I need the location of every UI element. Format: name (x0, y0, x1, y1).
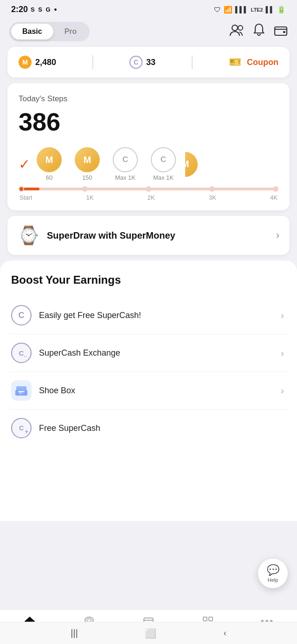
boost-item-left-3: C Shoe Box (11, 380, 75, 401)
c-value: 33 (146, 58, 155, 67)
boost-item-free-cash[interactable]: C Easily get Free SuperCash! › (9, 297, 288, 334)
system-nav-bar: ||| ⬜ ‹ (0, 622, 297, 644)
profile-button[interactable] (229, 24, 244, 40)
boost-icon-exchange: C ↔ (11, 343, 32, 363)
signal2-icon: ▌▌ (266, 6, 274, 13)
badge-gold-2: M (75, 147, 100, 172)
shoebox-svg: C (14, 384, 28, 397)
sys-recents-button[interactable]: ‹ (224, 628, 226, 638)
divider-1 (92, 55, 93, 69)
boost-title: Boost Your Earnings (9, 273, 288, 286)
boost-label-2: SuperCash Exchange (39, 348, 120, 358)
nav-icons (229, 23, 288, 40)
svg-rect-2 (275, 27, 287, 35)
boost-item-left-4: C + Free SuperCash (11, 418, 100, 438)
boost-label-3: Shoe Box (39, 386, 75, 396)
dot-4 (273, 186, 278, 192)
help-chat-icon: 💬 (267, 564, 279, 576)
progress-section: Start 1K 2K 3K 4K (19, 188, 278, 201)
label-start: Start (19, 194, 32, 201)
boost-label-1: Easily get Free SuperCash! (39, 311, 141, 320)
points-bar: M 2,480 C 33 🎫 Coupon (7, 47, 290, 78)
top-nav: Basic Pro (0, 17, 297, 47)
boost-item-free-supercash[interactable]: C + Free SuperCash (9, 410, 288, 447)
watch-icon: ⌚ (18, 225, 39, 246)
milestone-badges: M 60 M 150 C Max 1K C Max 1K M (37, 147, 278, 181)
help-label: Help (268, 577, 278, 583)
dot-2 (146, 186, 151, 192)
superdraw-card[interactable]: ⌚ SuperDraw with SuperMoney › (7, 216, 290, 255)
boost-item-shoebox[interactable]: C Shoe Box › (9, 372, 288, 410)
boost-chevron-1: › (281, 310, 284, 321)
sys-home-button[interactable]: ⬜ (145, 628, 156, 639)
boost-item-left-1: C Easily get Free SuperCash! (11, 305, 141, 325)
milestone-2: M 150 (75, 147, 100, 181)
milestone-3: C Max 1K (113, 147, 138, 181)
svg-point-0 (232, 25, 238, 31)
carrier-dot: • (54, 6, 57, 14)
dot-0 (19, 186, 24, 192)
boost-item-left-2: C ↔ SuperCash Exchange (11, 343, 120, 363)
superdraw-chevron: › (276, 229, 279, 241)
pro-tab[interactable]: Pro (53, 24, 88, 39)
help-button[interactable]: 💬 Help (258, 559, 288, 588)
dot-3 (209, 186, 215, 192)
m-icon: M (19, 56, 32, 69)
lte-label: LTE2 (251, 7, 263, 13)
badge-partial-circle: M (185, 152, 198, 177)
badge-sub-1: 60 (46, 174, 52, 181)
boost-section: Boost Your Earnings C Easily get Free Su… (0, 260, 297, 521)
sys-back-button[interactable]: ||| (71, 628, 78, 638)
svg-rect-5 (16, 386, 26, 391)
superdraw-label: SuperDraw with SuperMoney (47, 230, 175, 241)
badge-sub-2: 150 (82, 174, 92, 181)
battery-icon: 🔋 (277, 6, 286, 14)
plan-toggle: Basic Pro (9, 22, 90, 41)
boost-icon-free: C + (11, 418, 32, 438)
coupon-icon: 🎫 (229, 56, 241, 68)
label-3k: 3K (209, 194, 216, 201)
m-value: 2,480 (35, 58, 56, 67)
label-4k: 4K (270, 194, 278, 201)
profile-icon (229, 24, 244, 37)
signal-icon: ▌▌▌ (235, 6, 248, 13)
c-icon: C (129, 56, 142, 69)
boost-icon-shoebox: C (11, 380, 32, 401)
label-1k: 1K (86, 194, 94, 201)
boost-label-4: Free SuperCash (39, 423, 100, 433)
badge-sub-4: Max 1K (153, 174, 174, 181)
svg-text:C: C (19, 391, 22, 395)
wallet-button[interactable] (274, 24, 288, 40)
c-points-item[interactable]: C 33 (129, 56, 155, 69)
check-icon: ✓ (19, 156, 30, 172)
status-time: 2:20 (11, 5, 28, 14)
progress-dots (19, 186, 278, 192)
boost-item-exchange[interactable]: C ↔ SuperCash Exchange › (9, 334, 288, 372)
status-icons: 🛡 📶 ▌▌▌ LTE2 ▌▌ 🔋 (214, 6, 286, 14)
shield-icon: 🛡 (214, 6, 221, 13)
svg-rect-3 (283, 31, 285, 33)
status-bar: 2:20 S S G • 🛡 📶 ▌▌▌ LTE2 ▌▌ 🔋 (0, 0, 297, 17)
bell-icon (252, 23, 265, 37)
basic-tab[interactable]: Basic (11, 24, 53, 39)
badge-gold-1: M (37, 147, 62, 172)
svg-point-1 (238, 26, 243, 30)
badge-gray-1: C (113, 147, 138, 172)
milestone-row: ✓ M 60 M 150 C Max 1K C Max 1K M (19, 147, 278, 181)
badge-sub-3: Max 1K (115, 174, 136, 181)
progress-labels: Start 1K 2K 3K 4K (19, 194, 278, 201)
dot-1 (82, 186, 88, 192)
coupon-item[interactable]: 🎫 Coupon (229, 56, 278, 68)
milestone-1: M 60 (37, 147, 62, 181)
boost-chevron-2: › (281, 348, 284, 358)
badge-gray-2: C (151, 147, 176, 172)
m-points-item[interactable]: M 2,480 (19, 56, 56, 69)
svg-rect-13 (203, 617, 207, 621)
badge-partial: M (185, 152, 198, 177)
superdraw-left: ⌚ SuperDraw with SuperMoney (18, 225, 175, 246)
svg-rect-14 (209, 617, 213, 621)
wallet-icon (274, 24, 288, 37)
notification-button[interactable] (252, 23, 265, 40)
carrier-label: S S G (31, 6, 52, 13)
wifi-icon: 📶 (224, 6, 232, 14)
